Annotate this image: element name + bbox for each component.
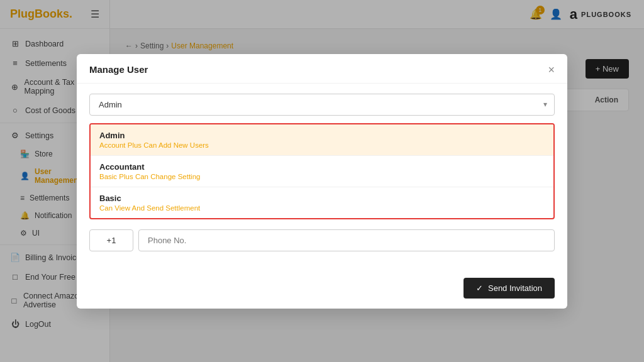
modal-overlay: Manage User × Admin Accountant Basic ▾ A [0,0,644,362]
option-name: Accountant [99,162,545,172]
option-name: Admin [99,131,545,140]
main-area: 🔔 1 👤 a PLUGBOOKS ← › Setting › User Man… [110,0,644,362]
role-dropdown-wrapper: Admin Accountant Basic ▾ [89,94,555,116]
manage-user-modal: Manage User × Admin Accountant Basic ▾ A [77,54,567,309]
option-admin[interactable]: Admin Account Plus Can Add New Users [91,124,553,156]
role-dropdown[interactable]: Admin Accountant Basic [89,94,555,116]
modal-footer: ✓ Send Invitation [77,272,567,309]
options-list: Admin Account Plus Can Add New Users Acc… [89,123,555,219]
phone-number-input[interactable] [138,229,555,251]
send-button-label: Send Invitation [488,283,542,293]
send-invitation-button[interactable]: ✓ Send Invitation [464,278,555,299]
option-basic[interactable]: Basic Can View And Send Settlement [91,187,553,218]
option-accountant[interactable]: Accountant Basic Plus Can Change Setting [91,156,553,187]
phone-prefix-input[interactable] [89,229,133,251]
phone-row [89,229,555,251]
option-desc: Account Plus Can Add New Users [99,141,545,149]
modal-close-button[interactable]: × [548,64,555,75]
modal-body: Admin Accountant Basic ▾ Admin Account P… [77,84,567,272]
send-check-icon: ✓ [476,283,483,293]
option-name: Basic [99,194,545,203]
option-desc: Can View And Send Settlement [99,204,545,212]
modal-title: Manage User [89,64,148,75]
option-desc: Basic Plus Can Change Setting [99,173,545,180]
modal-header: Manage User × [77,54,567,84]
